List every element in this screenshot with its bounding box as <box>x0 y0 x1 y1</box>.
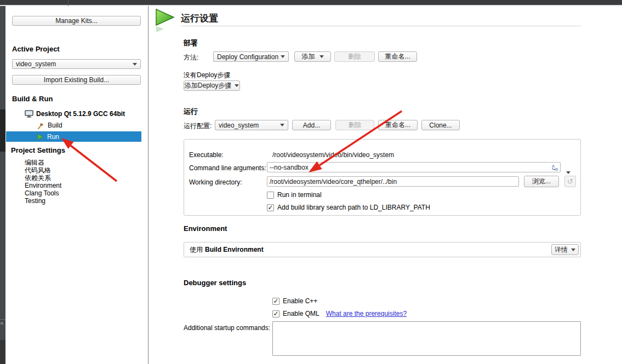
run-settings-play-icon <box>155 8 176 34</box>
build-and-run-heading: Build & Run <box>12 95 53 103</box>
enable-cpp-checkbox[interactable]: ✓ <box>272 298 279 305</box>
add-lib-path-checkbox[interactable]: ✓ <box>267 204 274 211</box>
svg-text:A: A <box>552 164 555 169</box>
executable-label: Executable: <box>189 151 224 159</box>
run-config-label: 运行配置: <box>184 122 212 131</box>
add-deploy-step-button[interactable]: 添加Deploy步骤 <box>184 80 240 91</box>
enable-qml-row: ✓ Enable QML What are the prerequisites? <box>272 310 407 317</box>
active-mode-indicator <box>0 109 5 152</box>
run-add-button[interactable]: Add... <box>292 120 331 130</box>
environment-use-label: 使用 <box>190 245 203 255</box>
run-remove-button: 删除 <box>335 120 374 130</box>
sidebar-item-run[interactable]: Run <box>6 131 141 142</box>
run-config-select[interactable]: video_system <box>215 120 288 130</box>
run-play-icon <box>37 134 43 140</box>
args-history-dropdown[interactable] <box>566 166 570 176</box>
project-settings-heading: Project Settings <box>11 146 65 154</box>
chevron-down-icon <box>319 55 324 58</box>
kit-item-desktop-qt[interactable]: Desktop Qt 5.12.9 GCC 64bit <box>25 110 125 118</box>
environment-summary-bar: 使用 Build Environment 详情 <box>184 242 581 257</box>
environment-heading: Environment <box>184 224 227 233</box>
title-divider <box>181 26 581 26</box>
deploy-method-label: 方法: <box>184 53 198 62</box>
startup-commands-label: Additional startup commands: <box>184 324 270 332</box>
qt-creator-projects-page: n Manage Kits... Active Project video_sy… <box>0 0 622 364</box>
chevron-down-icon <box>280 124 284 126</box>
sidebar-item-testing[interactable]: Testing <box>25 197 61 205</box>
manage-kits-button[interactable]: Manage Kits... <box>12 16 141 26</box>
sidebar-item-code-style[interactable]: 代码风格 <box>25 166 61 174</box>
deploy-remove-button: 删除 <box>334 51 375 62</box>
debugger-settings-heading: Debugger settings <box>184 279 246 287</box>
workdir-reset-button: ↺ <box>564 176 576 187</box>
sidebar-item-editor[interactable]: 编辑器 <box>25 159 61 166</box>
mode-selector-strip: n <box>0 6 5 364</box>
run-heading: 运行 <box>184 107 198 117</box>
import-existing-build-button[interactable]: Import Existing Build... <box>12 75 141 85</box>
environment-details-button[interactable]: 详情 <box>551 244 579 255</box>
strip-divider <box>0 319 5 320</box>
sidebar-item-clang-tools[interactable]: Clang Tools <box>25 189 61 197</box>
sidebar-item-dependencies[interactable]: 依赖关系 <box>25 174 61 182</box>
chevron-down-icon <box>133 63 137 66</box>
monitor-icon <box>25 110 33 118</box>
enable-qml-checkbox[interactable]: ✓ <box>272 310 279 317</box>
run-in-terminal-row: ✓ Run in terminal <box>267 191 322 199</box>
browse-button[interactable]: 浏览... <box>524 176 559 187</box>
environment-use-value: Build Environment <box>205 246 264 253</box>
deploy-method-select[interactable]: Deploy Configuration <box>213 51 289 62</box>
variable-ab-icon: A B <box>550 164 558 171</box>
page-title: 运行设置 <box>181 12 218 25</box>
chevron-down-icon <box>571 249 575 251</box>
run-in-terminal-checkbox[interactable]: ✓ <box>267 192 274 199</box>
prerequisites-link[interactable]: What are the prerequisites? <box>326 310 407 317</box>
chevron-down-icon <box>235 84 239 87</box>
workdir-input[interactable]: /root/videosystem/video/core_qthelper/..… <box>267 176 519 187</box>
args-input[interactable]: --no-sandbox A B <box>267 162 561 172</box>
run-rename-button[interactable]: 重命名... <box>378 120 418 130</box>
sidebar-item-environment[interactable]: Environment <box>25 182 61 189</box>
project-settings-list: 编辑器 代码风格 依赖关系 Environment Clang Tools Te… <box>25 159 61 205</box>
executable-value: /root/videosystem/video/bin/video_system <box>272 151 394 159</box>
args-label: Command line arguments: <box>189 164 266 172</box>
strip-bottom-block <box>0 340 5 364</box>
enable-cpp-row: ✓ Enable C++ <box>272 297 317 305</box>
chevron-down-icon <box>281 55 285 58</box>
active-project-heading: Active Project <box>12 45 60 53</box>
active-project-select[interactable]: video_system <box>12 59 141 69</box>
reset-icon: ↺ <box>567 177 573 186</box>
deploy-rename-button[interactable]: 重命名... <box>378 51 417 62</box>
no-deploy-steps-text: 没有Deploy步骤 <box>184 71 230 80</box>
chevron-down-icon <box>566 171 570 174</box>
run-clone-button[interactable]: Clone... <box>421 120 460 130</box>
add-lib-path-row: ✓ Add build library search path to LD_LI… <box>267 204 430 211</box>
svg-text:B: B <box>555 167 558 171</box>
deploy-add-button[interactable]: 添加 <box>294 51 331 62</box>
clipped-mode-label: n <box>1 321 3 326</box>
sidebar-item-build[interactable]: Build <box>37 122 62 129</box>
window-top-bar <box>0 0 622 6</box>
startup-commands-input[interactable] <box>272 321 581 356</box>
deploy-heading: 部署 <box>184 38 198 48</box>
workdir-label: Working directory: <box>189 178 242 186</box>
hammer-icon <box>37 122 44 129</box>
